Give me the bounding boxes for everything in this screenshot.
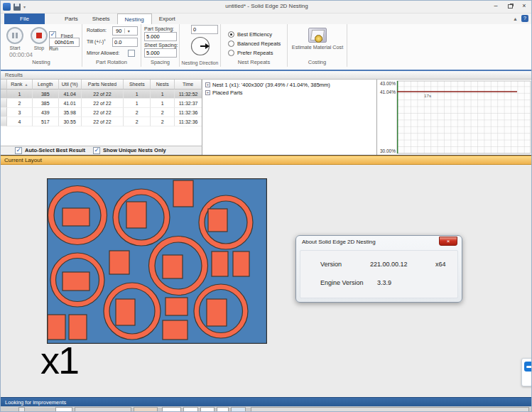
tick-bottom: 30.00% [380,148,396,153]
expand-icon[interactable]: + [205,90,210,95]
col-length[interactable]: Length [33,80,59,90]
time-annotation: 17s [424,93,431,98]
tab-export[interactable]: Export [152,13,183,24]
tick-current: 41.04% [380,90,396,94]
chevron-down-icon: ▾ [124,28,132,33]
tree-item-placed-parts[interactable]: + Placed Parts [205,89,376,96]
direction-dial-icon[interactable] [190,36,211,57]
start-icon [6,27,23,44]
taskbar-item[interactable] [231,407,246,412]
tab-nesting[interactable]: Nesting [117,13,152,24]
mirror-label: Mirror Allowed: [87,50,119,55]
auto-select-checkbox[interactable] [15,147,22,154]
rotation-label: Rotation: [87,28,107,33]
ribbon-tab-row: File Parts Sheets Nesting Export [1,13,532,24]
taskbar-item[interactable] [134,407,158,412]
table-row[interactable]: 4 517 30.55 22 of 22 2 2 11:32:36 [1,117,202,126]
sort-asc-icon: ▲ [25,82,28,87]
sheet-spacing-field[interactable] [144,48,177,58]
tree-item-nest[interactable]: + Nest 1 (x1): '400x300' (39.49% / 41.04… [205,81,376,88]
col-util[interactable]: Util (%) [59,80,82,90]
part-spacing-field[interactable] [144,32,177,41]
mirror-checkbox[interactable] [128,50,135,57]
taskbar-item[interactable] [217,407,229,412]
sheet-spacing-label: Sheet Spacing: [144,43,178,48]
restore-icon [508,4,513,9]
show-unique-checkbox[interactable] [93,147,100,154]
minimize-button[interactable]: – [489,1,503,12]
taskbar-item[interactable] [162,407,181,412]
results-options-bar: Auto-Select Best Result Show Unique Nest… [1,146,202,155]
nest-tree: + Nest 1 (x1): '400x300' (39.49% / 41.04… [202,80,377,155]
col-nests[interactable]: Nests [151,80,175,90]
status-text: Looking for improvements [5,399,66,406]
status-bar: Looking for improvements [1,397,532,406]
taskbar-item[interactable] [55,407,72,412]
results-panel: Results Rank▲ Length Util (%) Parts Nest… [1,71,532,156]
engine-version-label: Engine Version [320,279,364,286]
group-spacing: Part Spacing: Sheet Spacing: Spacing [141,24,180,67]
group-label-nesting-direction: Nesting Direction [180,60,220,65]
row-selector[interactable] [1,108,7,117]
close-button[interactable]: × [517,1,531,12]
taskbar-item[interactable] [18,407,25,412]
group-nest-repeats: Best Efficiency Balanced Repeats Prefer … [221,24,288,67]
estimate-material-cost-button[interactable]: Estimate Material Cost [288,28,347,50]
about-dialog-body: Version 221.00.00.12 x64 Engine Version … [300,250,458,298]
collapse-ribbon-icon[interactable]: ▲ [513,16,518,21]
col-sheets[interactable]: Sheets [124,80,151,90]
row-selector[interactable] [1,90,7,99]
taskbar-item[interactable] [75,407,131,412]
group-part-rotation: Rotation: 90 ▾ Tilt (+/-)° Mirror Allowe… [82,24,141,67]
remote-app-icon [524,362,532,372]
nested-sheet[interactable] [47,178,267,344]
tab-sheets[interactable]: Sheets [85,13,117,24]
window-title: untitled* - Solid Edge 2D Nesting [1,3,532,9]
layout-canvas[interactable]: x1 About Solid Edge 2D Nesting × Version… [1,165,532,397]
row-selector[interactable] [1,99,7,108]
expand-icon[interactable]: + [205,82,210,87]
sheet-quantity-label: x1 [40,338,78,382]
about-dialog: About Solid Edge 2D Nesting × Version 22… [295,235,462,303]
show-unique-label: Show Unique Nests Only [103,147,166,153]
direction-angle-field[interactable] [191,25,218,34]
app-window: ▾ untitled* - Solid Edge 2D Nesting – × … [0,0,532,412]
group-label-costing: Costing [288,59,347,65]
taskbar-item[interactable] [251,407,529,412]
engine-version-value: 3.3.9 [377,279,391,286]
tab-parts[interactable]: Parts [58,13,85,24]
col-parts-nested[interactable]: Parts Nested [82,80,124,90]
results-table: Rank▲ Length Util (%) Parts Nested Sheet… [1,80,202,146]
tilt-label: Tilt (+/-)° [87,39,106,44]
arch-value: x64 [435,261,446,268]
table-row[interactable]: 3 439 35.98 22 of 22 2 2 11:32:36 [1,108,202,117]
group-nesting: Start Stop Fixed Run 00:00:04 Nesting [1,24,82,67]
table-row[interactable]: 2 385 41.01 22 of 22 1 1 11:32:37 [1,99,202,108]
material-cost-icon [308,28,327,43]
taskbar-item[interactable] [183,407,198,412]
radio-prefer-repeats[interactable]: Prefer Repeats [228,46,273,59]
group-label-part-rotation: Part Rotation [82,59,141,65]
col-rank[interactable]: Rank▲ [7,80,33,90]
taskbar-sliver [1,406,532,412]
stop-button[interactable]: Stop [31,27,48,50]
elapsed-time: 00:00:04 [9,51,33,58]
group-label-nest-repeats: Nest Repeats [221,59,287,65]
tab-file[interactable]: File [4,13,45,24]
tilt-field[interactable] [112,38,138,47]
current-layout-header: Current Layout [1,156,532,165]
row-selector[interactable] [1,117,7,126]
table-row[interactable]: 1 385 41.04 22 of 22 1 1 11:32:52 [1,90,202,99]
start-button[interactable]: Start [6,27,23,50]
rotation-dropdown[interactable]: 90 ▾ [112,26,138,36]
about-dialog-title: About Solid Edge 2D Nesting [296,236,462,249]
restore-button[interactable] [503,1,517,12]
group-label-nesting: Nesting [1,59,82,65]
dialog-close-button[interactable]: × [439,237,457,246]
run-duration-field[interactable] [49,38,80,47]
taskbar-item[interactable] [200,407,215,412]
ribbon: Start Stop Fixed Run 00:00:04 Nesting Ro… [1,24,532,71]
col-time[interactable]: Time [175,80,202,90]
help-icon[interactable]: ? [521,15,528,22]
remote-session-icon[interactable] [521,358,532,386]
